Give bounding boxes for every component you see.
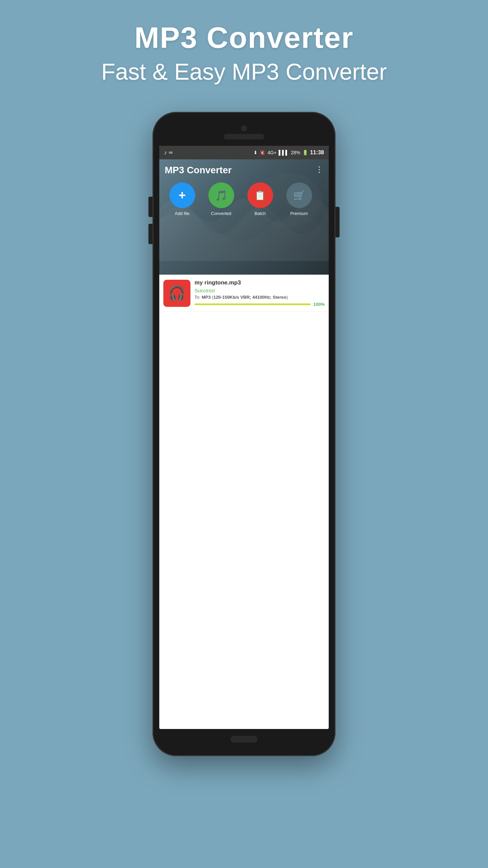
app-header: MP3 Converter ⋮ + Add file 🎵 Converted [159, 159, 329, 275]
converted-label: Converted [211, 211, 231, 216]
status-bar: ♪ ∞ ⬇ 🔇 4G+ ▌▌▌ 28% 🔋 11:38 [159, 146, 329, 159]
headphone-icon: 🎧 [168, 285, 185, 301]
premium-label: Premium [290, 211, 308, 216]
volume-down-button [148, 224, 152, 244]
file-details: my ringtone.mp3 Success! To: MP3 (120-15… [195, 279, 325, 307]
power-button [336, 207, 340, 237]
more-options-icon[interactable]: ⋮ [315, 165, 323, 174]
network-icon: 4G+ [267, 150, 277, 155]
app-name: MP3 Converter [159, 159, 329, 176]
premium-button[interactable]: 🛒 Premium [280, 182, 319, 216]
file-details-text: 120-150Kb/s VBR; 44100Hz; Stereo [214, 295, 286, 300]
content-area: 🎧 my ringtone.mp3 Success! To: MP3 (120-… [159, 275, 329, 312]
phone-bottom [152, 729, 336, 749]
file-name: my ringtone.mp3 [195, 279, 325, 286]
progress-percent: 100% [313, 302, 325, 307]
file-icon-box: 🎧 [163, 280, 190, 307]
earpiece [224, 134, 264, 139]
file-meta: To: MP3 (120-150Kb/s VBR; 44100Hz; Stere… [195, 295, 325, 300]
converted-button[interactable]: 🎵 Converted [202, 182, 241, 216]
signal-icon: ▌▌▌ [279, 150, 289, 155]
converted-circle: 🎵 [208, 182, 234, 208]
action-buttons-row: + Add file 🎵 Converted 📋 Batch [159, 176, 329, 219]
file-status: Success! [195, 288, 325, 293]
cart-icon: 🛒 [293, 190, 305, 201]
volume-up-button [148, 197, 152, 217]
plus-icon: + [179, 188, 186, 202]
file-format: MP3 [202, 295, 211, 300]
premium-circle: 🛒 [286, 182, 312, 208]
status-right: ⬇ 🔇 4G+ ▌▌▌ 28% 🔋 11:38 [253, 150, 324, 156]
add-file-button[interactable]: + Add file [163, 182, 202, 216]
phone-frame: ♪ ∞ ⬇ 🔇 4G+ ▌▌▌ 28% 🔋 11:38 [152, 112, 336, 756]
status-left: ♪ ∞ [164, 150, 172, 156]
batch-list-icon: 📋 [254, 190, 266, 201]
main-title: MP3 Converter [101, 20, 387, 55]
file-item[interactable]: 🎧 my ringtone.mp3 Success! To: MP3 (120-… [159, 275, 329, 312]
music-status-icon: ♪ [164, 150, 167, 156]
batch-circle: 📋 [247, 182, 273, 208]
loop-status-icon: ∞ [169, 150, 172, 156]
mute-icon: 🔇 [260, 150, 265, 155]
add-file-label: Add file [175, 211, 189, 216]
batch-button[interactable]: 📋 Batch [241, 182, 280, 216]
download-icon: ⬇ [253, 150, 258, 155]
batch-label: Batch [255, 211, 266, 216]
front-camera [241, 125, 247, 131]
home-indicator[interactable] [230, 736, 258, 743]
main-subtitle: Fast & Easy MP3 Converter [101, 58, 387, 85]
progress-bar-background [195, 303, 311, 305]
progress-row: 100% [195, 302, 325, 307]
clock: 11:38 [310, 150, 324, 156]
phone-screen: ♪ ∞ ⬇ 🔇 4G+ ▌▌▌ 28% 🔋 11:38 [159, 146, 329, 729]
page-header: MP3 Converter Fast & Easy MP3 Converter [101, 20, 387, 85]
battery-icon: 🔋 [302, 150, 308, 155]
battery-level: 28% [291, 150, 300, 155]
progress-bar-fill [195, 303, 311, 305]
music-file-icon: 🎵 [215, 190, 227, 201]
phone-top [152, 119, 336, 146]
add-file-circle: + [169, 182, 195, 208]
